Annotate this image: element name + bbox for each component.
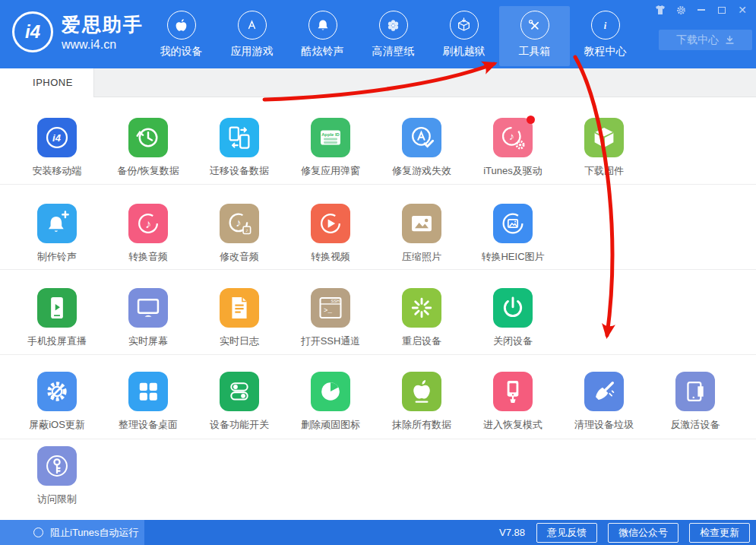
- app-title: 爱思助手: [62, 12, 144, 37]
- svg-text:♪: ♪: [509, 131, 514, 142]
- tool-clean-junk[interactable]: 清理设备垃圾: [558, 372, 650, 439]
- settings-gear-icon[interactable]: [673, 3, 688, 17]
- power-icon: [493, 288, 533, 328]
- grid-icon: [128, 372, 168, 411]
- photo-icon: [402, 204, 441, 243]
- maximize-icon: [718, 7, 726, 14]
- download-icon: [725, 35, 735, 45]
- screen-cast-icon: [37, 288, 77, 328]
- apple-id-card-icon: Apple ID: [311, 118, 350, 157]
- nav-app-games[interactable]: 应用游戏: [217, 6, 287, 66]
- tool-shutdown-device[interactable]: 关闭设备: [467, 288, 558, 354]
- monitor-icon: [128, 288, 168, 328]
- tool-deactivate-device[interactable]: 反激活设备: [650, 372, 741, 439]
- tool-itunes-driver[interactable]: ♪ iTunes及驱动: [467, 118, 558, 184]
- tool-screen-cast[interactable]: 手机投屏直播: [11, 288, 103, 354]
- firmware-cube-icon: [584, 118, 624, 157]
- tool-convert-heic[interactable]: 转换HEIC图片: [467, 204, 558, 269]
- migrate-data-icon: [220, 118, 259, 157]
- feedback-button[interactable]: 意见反馈: [536, 523, 597, 543]
- recovery-phone-icon: [493, 372, 533, 411]
- nav-tutorials[interactable]: i 教程中心: [570, 6, 641, 66]
- toolbox-grid: i4 安装移动端 备份/恢复数据 迁移设备数据 Apple ID: [0, 97, 756, 520]
- grid-row-2: 制作铃声 ♪ 转换音频 ♪♪ 修改音频 转换视频: [0, 185, 756, 270]
- bell-icon: [308, 11, 337, 40]
- app-url: www.i4.cn: [62, 38, 144, 52]
- heic-photo-icon: [493, 204, 533, 243]
- grid-row-3: 手机投屏直播 实时屏幕 实时日志 SSH>_ 打开SSH通道: [0, 270, 756, 355]
- radio-circle-icon: [33, 528, 43, 537]
- tool-compress-photos[interactable]: 压缩照片: [376, 204, 467, 269]
- tool-fix-games[interactable]: 修复游戏失效: [376, 118, 467, 184]
- svg-text:i4: i4: [52, 132, 61, 144]
- theme-shirt-icon[interactable]: [653, 3, 668, 17]
- app-logo: i4 爱思助手 www.i4.cn: [12, 11, 144, 52]
- video-play-icon: [311, 204, 350, 243]
- apple-erase-icon: [402, 372, 441, 411]
- download-center-button[interactable]: 下载中心: [659, 30, 752, 50]
- ssh-terminal-icon: SSH>_: [311, 288, 350, 328]
- tabbar-background: [93, 68, 756, 97]
- tool-make-ringtone[interactable]: 制作铃声: [11, 204, 103, 269]
- grid-row-4: 屏蔽iOS更新 整理设备桌面 设备功能开关 删除顽固图标: [0, 355, 756, 439]
- broom-icon: [584, 372, 624, 411]
- nav-toolbox[interactable]: 工具箱: [499, 6, 570, 66]
- tool-edit-audio[interactable]: ♪♪ 修改音频: [194, 204, 285, 269]
- tool-open-ssh[interactable]: SSH>_ 打开SSH通道: [285, 288, 376, 354]
- svg-text:♪: ♪: [245, 227, 248, 233]
- log-document-icon: [220, 288, 259, 328]
- minimize-icon: [697, 9, 705, 11]
- titlebar: ✕: [653, 3, 750, 17]
- close-button[interactable]: ✕: [735, 3, 750, 17]
- block-itunes-label: 阻止iTunes自动运行: [50, 526, 139, 540]
- tool-erase-all-data[interactable]: 抹除所有数据: [376, 372, 467, 439]
- wechat-official-button[interactable]: 微信公众号: [608, 523, 679, 543]
- tab-iphone[interactable]: IPHONE: [0, 68, 93, 97]
- grid-row-1: i4 安装移动端 备份/恢复数据 迁移设备数据 Apple ID: [0, 97, 756, 185]
- tool-download-firmware[interactable]: 下载固件: [558, 118, 650, 184]
- tool-realtime-log[interactable]: 实时日志: [194, 288, 285, 354]
- nav-wallpapers[interactable]: 高清壁纸: [358, 6, 429, 66]
- tool-organize-desktop[interactable]: 整理设备桌面: [103, 372, 194, 439]
- nav-ringtones[interactable]: 酷炫铃声: [287, 6, 358, 66]
- tool-recovery-mode[interactable]: 进入恢复模式: [467, 372, 558, 439]
- tool-block-ios-update[interactable]: 屏蔽iOS更新: [11, 372, 103, 439]
- block-itunes-toggle[interactable]: 阻止iTunes自动运行: [0, 520, 144, 545]
- pie-icon: [311, 372, 350, 411]
- svg-text:SSH: SSH: [331, 299, 340, 303]
- check-update-button[interactable]: 检查更新: [689, 523, 750, 543]
- nav-my-device[interactable]: 我的设备: [146, 6, 217, 66]
- version-label: V7.88: [499, 527, 525, 538]
- music-note-icon: ♪: [128, 204, 168, 243]
- flower-icon: [379, 11, 408, 40]
- i4-badge-icon: i4: [37, 118, 77, 157]
- tool-restrictions[interactable]: 访问限制: [11, 446, 103, 520]
- statusbar: 阻止iTunes自动运行 V7.88 意见反馈 微信公众号 检查更新: [0, 520, 756, 545]
- tablet-icon: [675, 372, 715, 411]
- svg-text:>_: >_: [324, 307, 332, 315]
- i4-logo-icon: i4: [12, 11, 53, 52]
- tool-restart-device[interactable]: 重启设备: [376, 288, 467, 354]
- tool-fix-app-popup[interactable]: Apple ID 修复应用弹窗: [285, 118, 376, 184]
- minimize-button[interactable]: [694, 3, 709, 17]
- music-edit-icon: ♪♪: [220, 204, 259, 243]
- jailbreak-box-icon: [450, 11, 479, 40]
- tool-feature-toggles[interactable]: 设备功能开关: [194, 372, 285, 439]
- gear-block-icon: [37, 372, 77, 411]
- toolbox-icon: [520, 11, 549, 40]
- itunes-gear-icon: ♪: [493, 118, 533, 157]
- svg-text:Apple ID: Apple ID: [321, 132, 340, 137]
- bell-plus-icon: [37, 204, 77, 243]
- info-icon: i: [591, 11, 620, 40]
- nav-flash-jailbreak[interactable]: 刷机越狱: [429, 6, 499, 66]
- toggles-icon: [220, 372, 259, 411]
- tool-convert-video[interactable]: 转换视频: [285, 204, 376, 269]
- tool-realtime-screen[interactable]: 实时屏幕: [103, 288, 194, 354]
- tool-convert-audio[interactable]: ♪ 转换音频: [103, 204, 194, 269]
- maximize-button[interactable]: [714, 3, 729, 17]
- appstore-icon: [238, 11, 267, 40]
- tool-migrate-data[interactable]: 迁移设备数据: [194, 118, 285, 184]
- tool-delete-stuck-icons[interactable]: 删除顽固图标: [285, 372, 376, 439]
- tool-backup-restore[interactable]: 备份/恢复数据: [103, 118, 194, 184]
- tool-install-mobile[interactable]: i4 安装移动端: [11, 118, 103, 184]
